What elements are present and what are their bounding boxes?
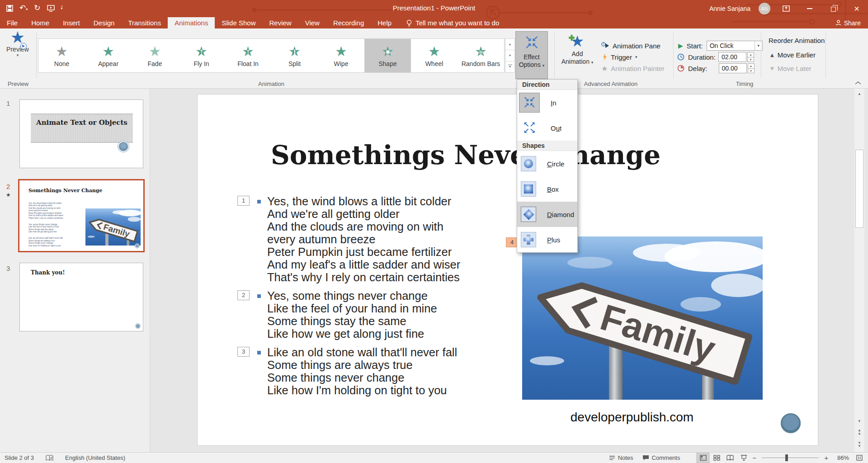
menu-item-out[interactable]: ↖↗↙↘ Out [517,115,577,141]
scroll-down-icon[interactable]: ▼ [854,417,864,426]
star-flyin-icon: ★↑ [195,44,208,59]
animation-number-3[interactable]: 3 [237,347,250,357]
tab-recording[interactable]: Recording [326,17,371,28]
comments-button[interactable]: Comments [638,453,685,463]
trigger-button[interactable]: Trigger ▾ [602,52,637,62]
animation-pane-button[interactable]: Animation Pane [601,41,660,51]
scrollbar-thumb[interactable] [855,150,863,228]
move-later-button: ▼ Move Later [770,65,811,72]
menu-item-plus[interactable]: Plus [517,227,577,252]
previous-slide-button[interactable]: ▲▲ [854,429,864,438]
delay-row: Delay: 00.00 ▲ ▼ [677,63,755,73]
tab-review[interactable]: Review [262,17,298,28]
gallery-item-flyin[interactable]: ★↑ Fly In [178,39,225,72]
animation-number-4[interactable]: 4 [506,237,518,247]
tab-file[interactable]: File [0,17,24,28]
gallery-item-none[interactable]: ★ None [38,39,85,72]
delay-input[interactable]: 00.00 [719,63,747,73]
duration-spinner[interactable]: ▲ ▼ [747,52,754,62]
group-label-animation: Animation [38,80,505,87]
share-button[interactable]: Share [835,17,861,28]
reading-view-button[interactable] [723,453,737,463]
zoom-level[interactable]: 86% [830,454,849,461]
normal-view-button[interactable] [696,453,710,463]
gallery-scroll-up-icon[interactable]: ▴ [505,39,514,50]
tab-transitions[interactable]: Transitions [121,17,168,28]
close-button[interactable]: × [849,0,864,17]
gallery-item-fade[interactable]: ★ Fade [132,39,178,72]
menu-item-circle[interactable]: Circle [517,151,577,176]
slide-2-circle-decoration [135,244,139,248]
powerpoint-window: ↶▾ ↻ ▾ Presentation1 - PowerPoint Annie … [0,0,868,463]
menu-item-diamond[interactable]: Diamond [517,202,577,227]
slide-2-thumbnail[interactable]: Somethings Never Change Yes, the wind bl… [18,179,145,252]
slide-canvas[interactable]: Somethings Never Change 1 Yes, the wind … [198,94,818,445]
gallery-item-split[interactable]: ★ Split [271,39,318,72]
delay-spinner[interactable]: ▲ ▼ [748,63,755,73]
animation-number-2[interactable]: 2 [237,290,250,300]
gallery-more-button[interactable]: ▾ [505,61,514,73]
move-earlier-button[interactable]: ▲ Move Earlier [770,51,816,59]
slide-body-text[interactable]: 1 Yes, the wind blows a little bit colde… [237,195,493,402]
tab-animations[interactable]: Animations [168,17,215,28]
family-sign-image[interactable]: Family [522,236,763,400]
preview-button[interactable]: ★ ▶ Preview ▾ [0,30,35,79]
tab-insert[interactable]: Insert [56,17,87,28]
user-name[interactable]: Annie Sanjana [709,5,750,12]
person-icon [835,20,841,26]
bullet-icon [257,200,261,203]
stanza-2: 2 Yes, some things never change Like the… [237,289,493,340]
menu-header-shapes: Shapes [517,141,577,151]
gallery-item-floatin[interactable]: ★↑ Float In [225,39,271,72]
slide-sorter-view-button[interactable] [710,453,723,463]
language-indicator[interactable]: English (United States) [65,454,125,461]
effect-options-button[interactable]: ↘↙↗↖ Effect Options ▾ [515,31,548,79]
menu-item-in[interactable]: ↘↙↗↖ In [517,90,577,115]
vertical-scrollbar[interactable]: ▲ ▼ ▲▲ ▼▼ [854,89,864,452]
slide-3-thumbnail[interactable]: Thank you! [19,263,143,331]
animation-gallery: ★ None ★ Appear ★ Fade ★↑ Fly In ★↑ Floa… [38,38,505,73]
normal-view-icon [700,455,707,461]
add-animation-button[interactable]: ★ Add Animation ▾ [558,31,597,79]
slide-1-title-banner: Animate Text or Objects [31,113,133,143]
restore-button[interactable] [826,0,841,17]
tab-view[interactable]: View [298,17,326,28]
slide-indicator[interactable]: Slide 2 of 3 [5,454,34,461]
gallery-scroll-down-icon[interactable]: ▾ [505,50,514,61]
start-select[interactable]: On Click ▾ [707,41,763,51]
zoom-out-button[interactable]: − [750,454,758,462]
ribbon-display-options-icon[interactable] [778,0,794,17]
gallery-item-randombars[interactable]: ★≡ Random Bars [458,39,504,72]
next-slide-button[interactable]: ▼▼ [854,441,864,450]
spellcheck-icon[interactable] [46,455,53,461]
tab-design[interactable]: Design [87,17,122,28]
lightbulb-icon [406,19,412,27]
tell-me-box[interactable]: Tell me what you want to do [406,17,499,28]
slide-1-thumbnail[interactable]: Animate Text or Objects [19,99,143,168]
fit-to-window-button[interactable] [853,453,866,463]
collapse-ribbon-icon[interactable] [854,81,862,85]
slideshow-view-button[interactable] [737,453,750,463]
tab-home[interactable]: Home [24,17,56,28]
animation-number-1[interactable]: 1 [237,196,250,206]
titlebar: ↶▾ ↻ ▾ Presentation1 - PowerPoint Annie … [0,0,868,17]
gallery-item-wipe[interactable]: ★ Wipe [318,39,364,72]
scroll-up-icon[interactable]: ▲ [854,90,864,99]
slide-caption[interactable]: developerpublish.com [512,410,752,425]
zoom-slider[interactable] [762,453,819,463]
gallery-item-appear[interactable]: ★ Appear [85,39,132,72]
gallery-item-wheel[interactable]: ★ Wheel [411,39,458,72]
slide-title[interactable]: Somethings Never Change [198,140,734,170]
star-none-icon: ★ [56,44,68,59]
zoom-in-button[interactable]: + [822,454,830,462]
notes-button[interactable]: Notes [604,453,638,463]
gallery-item-shape[interactable]: ★ Shape [364,39,411,72]
tab-slideshow[interactable]: Slide Show [215,17,262,28]
menu-item-box[interactable]: Box [517,176,577,202]
minimize-button[interactable] [802,0,817,17]
zoom-slider-thumb[interactable] [785,454,788,461]
avatar[interactable]: AS [759,3,770,14]
slide-2-thumb-title: Somethings Never Change [28,188,103,194]
duration-input[interactable]: 02.00 [718,52,746,62]
tab-help[interactable]: Help [371,17,398,28]
